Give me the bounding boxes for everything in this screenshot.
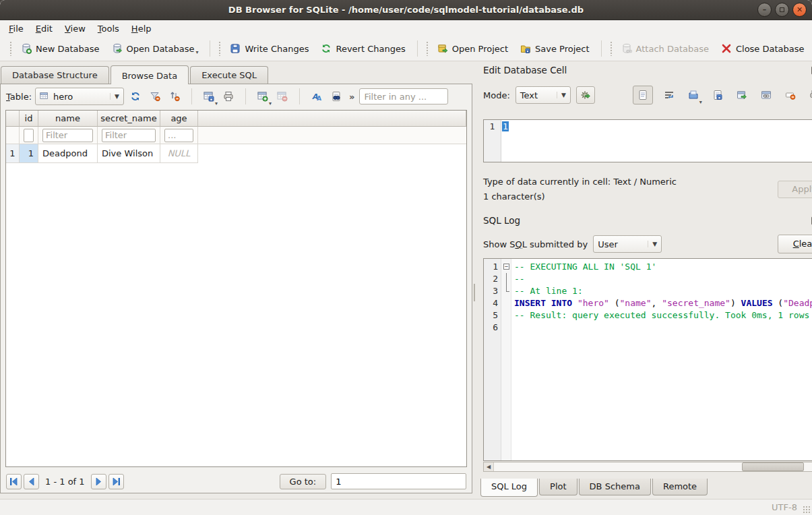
save-project-icon — [520, 43, 531, 54]
previous-record-icon[interactable] — [24, 474, 39, 489]
data-cell-secret_name[interactable]: Dive Wilson — [98, 144, 160, 163]
first-record-icon[interactable] — [6, 474, 22, 489]
svg-text:A: A — [317, 95, 321, 102]
column-header-secret_name[interactable]: secret_name — [98, 111, 160, 127]
column-filter-input-id[interactable] — [24, 129, 34, 142]
toolbar-separator — [417, 40, 418, 57]
save-project-button[interactable]: Save Project — [514, 40, 596, 57]
sql-log-fold-margin[interactable]: − — [501, 259, 511, 460]
encoding-label: UTF-8 — [772, 502, 797, 512]
insert-record-icon[interactable]: ▾ — [255, 88, 271, 104]
attach-database-button: Attach Database — [615, 40, 715, 57]
column-header-id[interactable]: id — [20, 111, 38, 127]
open-project-button[interactable]: Open Project — [431, 40, 514, 57]
pane-splitter[interactable] — [472, 61, 476, 499]
mode-select-value: Text — [520, 90, 538, 100]
save-file-icon[interactable] — [710, 87, 726, 103]
dock-tab-sql-log[interactable]: SQL Log — [480, 479, 538, 497]
data-cell-id[interactable]: 1 — [20, 144, 38, 163]
revert-changes-button[interactable]: Revert Changes — [315, 40, 411, 57]
new-database-button[interactable]: New Database — [15, 40, 106, 57]
goto-button[interactable]: Go to: — [280, 474, 327, 489]
sql-log-editor[interactable]: 123456 − -- EXECUTING ALL IN 'SQL 1'----… — [483, 258, 812, 461]
table-select[interactable]: hero ▼ — [35, 88, 124, 105]
log-line-number: 5 — [484, 309, 498, 322]
global-filter-input[interactable] — [359, 88, 448, 104]
cell-editor[interactable]: 1 1 — [483, 119, 812, 162]
column-filter-input-secret_name[interactable] — [102, 129, 156, 142]
column-header-name[interactable]: name — [38, 111, 98, 127]
table-label: Table: — [6, 92, 32, 102]
data-cell-age[interactable]: NULL — [160, 144, 198, 163]
clear-filters-icon[interactable] — [147, 88, 163, 104]
delete-record-icon[interactable] — [274, 88, 290, 104]
tab-execute-sql[interactable]: Execute SQL — [190, 66, 268, 84]
set-null-icon[interactable] — [782, 87, 799, 103]
apply-button[interactable]: Apply — [778, 181, 812, 198]
document-icon[interactable] — [633, 86, 653, 104]
menu-file[interactable]: File — [3, 22, 30, 35]
open-database-button[interactable]: Open Database▾ — [106, 40, 205, 57]
clear-sorting-icon[interactable] — [166, 88, 183, 104]
toolbar-separator — [191, 88, 192, 104]
font-icon[interactable]: AA — [309, 88, 325, 104]
minimize-icon[interactable]: – — [757, 3, 772, 17]
refresh-icon[interactable] — [127, 88, 144, 104]
close-database-button[interactable]: Close Database — [715, 40, 811, 57]
chevron-down-icon[interactable]: ▾ — [195, 49, 198, 55]
print-icon[interactable] — [807, 87, 812, 103]
menu-edit[interactable]: Edit — [30, 22, 59, 35]
resize-grip-icon[interactable] — [803, 506, 811, 514]
menu-tools[interactable]: Tools — [92, 22, 125, 35]
last-record-icon[interactable] — [108, 474, 124, 489]
close-icon[interactable]: ✕ — [792, 3, 807, 17]
tab-database-structure[interactable]: Database Structure — [1, 66, 109, 84]
fold-line-icon — [506, 273, 507, 285]
apply-format-icon[interactable] — [576, 86, 595, 104]
mode-select[interactable]: Text ▼ — [516, 86, 571, 104]
fold-marker[interactable]: − — [501, 261, 511, 273]
chevron-down-icon[interactable]: ▾ — [699, 99, 702, 105]
row-number-cell[interactable]: 1 — [6, 144, 20, 163]
grid-header-row: idnamesecret_nameage — [6, 111, 466, 127]
collapse-icon[interactable]: − — [503, 264, 509, 270]
toolbar-button-label: Revert Changes — [336, 44, 405, 54]
log-line-number: 4 — [484, 297, 498, 309]
column-filter-input-name[interactable] — [42, 129, 93, 142]
table-select-value: hero — [53, 92, 73, 102]
scrollbar-track[interactable] — [494, 462, 812, 471]
dock-tab-plot[interactable]: Plot — [539, 479, 577, 495]
dock-tab-db-schema[interactable]: DB Schema — [579, 479, 651, 495]
sql-log-panel-header: SQL Log ✕ — [480, 214, 812, 227]
menu-help[interactable]: Help — [125, 22, 158, 35]
goto-input[interactable] — [331, 473, 466, 489]
save-table-icon[interactable]: ▾ — [201, 88, 217, 104]
column-filter-input-age[interactable] — [164, 129, 193, 142]
horizontal-scrollbar[interactable]: ◀ ▶ — [483, 462, 812, 472]
fold-marker — [501, 309, 511, 322]
print-icon[interactable] — [220, 88, 237, 104]
scroll-left-icon[interactable]: ◀ — [484, 462, 494, 471]
link-icon[interactable] — [758, 87, 774, 103]
export-icon[interactable] — [734, 87, 750, 103]
dock-tab-remote[interactable]: Remote — [652, 479, 708, 495]
menu-view[interactable]: View — [59, 22, 92, 35]
chevron-down-icon: ▼ — [648, 241, 657, 247]
sql-source-select[interactable]: User ▼ — [593, 235, 662, 253]
word-wrap-icon[interactable] — [661, 87, 677, 103]
chevron-double-right-icon[interactable]: » — [348, 92, 356, 102]
find-icon[interactable] — [328, 88, 344, 104]
clear-log-button[interactable]: Clear — [778, 235, 812, 253]
log-line: -- — [514, 273, 812, 285]
chevron-down-icon[interactable]: ▾ — [215, 100, 218, 107]
scrollbar-thumb[interactable] — [742, 462, 804, 471]
write-changes-button[interactable]: Write Changes — [224, 40, 315, 57]
open-file-icon[interactable]: ▾ — [685, 87, 701, 103]
tab-browse-data[interactable]: Browse Data — [111, 65, 189, 84]
chevron-down-icon[interactable]: ▾ — [269, 100, 272, 107]
data-cell-name[interactable]: Deadpond — [38, 144, 98, 163]
cell-info-row: Type of data currently in cell: Text / N… — [483, 175, 812, 204]
maximize-icon[interactable] — [775, 3, 789, 17]
column-header-age[interactable]: age — [160, 111, 198, 127]
next-record-icon[interactable] — [91, 474, 106, 489]
